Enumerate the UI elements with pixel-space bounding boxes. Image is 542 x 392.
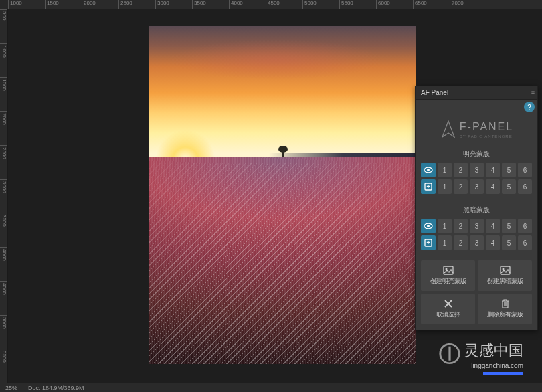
dark-save-1[interactable]: 1 (438, 235, 452, 250)
light-view-5[interactable]: 5 (502, 163, 516, 177)
action-buttons: 创建明亮蒙版 创建黑暗蒙版 取消选择 删除所有蒙版 (416, 258, 537, 330)
dark-save-3[interactable]: 3 (470, 235, 484, 250)
dark-view-5[interactable]: 5 (502, 219, 516, 233)
status-bar: 25% Doc: 184.9M/369.9M (0, 383, 542, 392)
svg-point-4 (427, 225, 430, 227)
close-icon (444, 299, 453, 308)
create-light-label: 创建明亮蒙版 (430, 277, 466, 286)
dark-save-5[interactable]: 5 (502, 235, 516, 250)
image-clouds (169, 39, 383, 80)
dark-save-6[interactable]: 6 (518, 235, 532, 250)
dark-save-2[interactable]: 2 (454, 235, 468, 250)
eye-icon[interactable] (421, 219, 436, 233)
logo-subtitle: BY FABIO ANTENORE (460, 134, 513, 138)
light-view-3[interactable]: 3 (470, 163, 484, 177)
dark-mask-title: 黑暗蒙版 (421, 205, 532, 215)
dark-view-3[interactable]: 3 (470, 219, 484, 233)
save-icon[interactable] (421, 235, 436, 250)
document-canvas[interactable] (149, 26, 416, 364)
deselect-label: 取消选择 (436, 310, 460, 319)
create-dark-mask-button[interactable]: 创建黑暗蒙版 (478, 260, 532, 291)
logo-text: F-PANEL (460, 121, 513, 133)
svg-point-7 (445, 268, 447, 270)
dark-mask-group: 黑暗蒙版 1 2 3 4 5 6 1 2 3 4 5 6 (416, 201, 537, 258)
create-dark-label: 创建黑暗蒙版 (487, 277, 523, 286)
watermark-underline (483, 372, 523, 375)
image-icon (500, 266, 511, 275)
dark-view-4[interactable]: 4 (486, 219, 500, 233)
light-view-4[interactable]: 4 (486, 163, 500, 177)
delete-all-masks-button[interactable]: 删除所有蒙版 (478, 294, 532, 324)
light-save-3[interactable]: 3 (470, 179, 484, 194)
light-save-5[interactable]: 5 (502, 179, 516, 194)
eye-icon[interactable] (421, 163, 436, 177)
create-light-mask-button[interactable]: 创建明亮蒙版 (421, 260, 475, 291)
help-button[interactable]: ? (524, 102, 535, 112)
vertical-ruler: 5001000150020002500300035004000450050005… (0, 9, 8, 383)
trash-icon (501, 299, 509, 308)
panel-logo: F-PANEL BY FABIO ANTENORE (416, 114, 537, 145)
panel-title: AF Panel (421, 89, 448, 96)
image-icon (443, 266, 454, 275)
light-view-1[interactable]: 1 (438, 163, 452, 177)
doc-size: Doc: 184.9M/369.9M (28, 385, 84, 391)
light-save-2[interactable]: 2 (454, 179, 468, 194)
logo-mark-icon (440, 120, 457, 140)
light-save-4[interactable]: 4 (486, 179, 500, 194)
svg-point-9 (502, 268, 504, 270)
af-panel: AF Panel ≡ ? F-PANEL BY FABIO ANTENORE 明… (415, 86, 538, 330)
light-view-6[interactable]: 6 (518, 163, 532, 177)
dark-view-2[interactable]: 2 (454, 219, 468, 233)
deselect-button[interactable]: 取消选择 (421, 294, 475, 324)
delete-all-label: 删除所有蒙版 (487, 310, 523, 319)
dark-save-4[interactable]: 4 (486, 235, 500, 250)
panel-tab[interactable]: AF Panel ≡ (416, 86, 537, 100)
image-tree (277, 146, 289, 157)
light-mask-group: 明亮蒙版 1 2 3 4 5 6 1 2 3 4 5 6 (416, 145, 537, 201)
light-mask-title: 明亮蒙版 (421, 149, 532, 159)
dark-view-1[interactable]: 1 (438, 219, 452, 233)
light-save-1[interactable]: 1 (438, 179, 452, 194)
dark-view-6[interactable]: 6 (518, 219, 532, 233)
light-save-6[interactable]: 6 (518, 179, 532, 194)
save-icon[interactable] (421, 179, 436, 194)
panel-menu-icon[interactable]: ≡ (531, 89, 535, 96)
selection-marching-ants (149, 163, 416, 364)
horizontal-ruler: 1000150020002500300035004000450050005500… (8, 0, 542, 9)
svg-point-1 (427, 169, 430, 171)
zoom-level[interactable]: 25% (5, 385, 17, 391)
light-view-2[interactable]: 2 (454, 163, 468, 177)
